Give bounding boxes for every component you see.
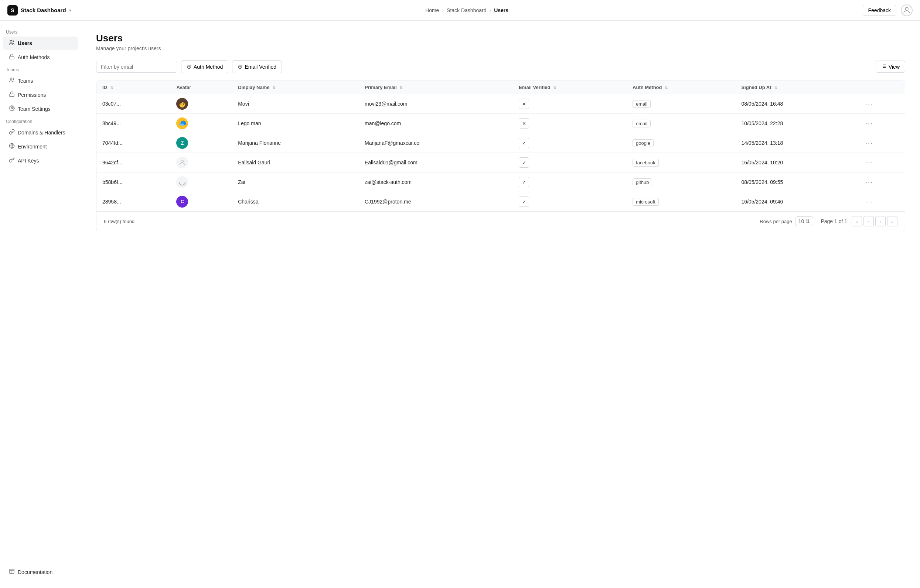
sidebar-item-team-settings[interactable]: Team Settings bbox=[3, 102, 78, 116]
last-page-button[interactable]: » bbox=[887, 216, 897, 226]
cell-signed-up: 16/05/2024, 10:20 bbox=[735, 153, 859, 173]
cell-display-name: Lego man bbox=[232, 114, 359, 133]
email-verified-filter-button[interactable]: ⊕ Email Verified bbox=[232, 60, 282, 73]
rows-per-page-select[interactable]: 10 ⇅ bbox=[795, 216, 813, 226]
breadcrumb-home[interactable]: Home bbox=[425, 7, 439, 13]
breadcrumb: Home › Stack Dashboard › Users bbox=[425, 7, 509, 13]
sidebar-item-auth-methods[interactable]: Auth Methods bbox=[3, 51, 78, 64]
chevron-updown-icon: ⇅ bbox=[805, 218, 810, 224]
svg-point-17 bbox=[181, 160, 184, 163]
col-display-name[interactable]: Display Name ⇅ bbox=[232, 81, 359, 94]
cell-signed-up: 08/05/2024, 16:48 bbox=[735, 94, 859, 114]
cell-actions[interactable]: ··· bbox=[859, 173, 905, 192]
svg-point-1 bbox=[10, 40, 12, 42]
main-content: Users Manage your project's users ⊕ Auth… bbox=[81, 21, 920, 588]
cell-actions[interactable]: ··· bbox=[859, 94, 905, 114]
users-table-container: ID ⇅ Avatar Display Name ⇅ Primary Email… bbox=[96, 81, 905, 231]
breadcrumb-sep-1: › bbox=[442, 7, 444, 13]
sidebar-item-teams[interactable]: Teams bbox=[3, 74, 78, 87]
sidebar-section-users: Users bbox=[0, 27, 81, 36]
sidebar-item-permissions-label: Permissions bbox=[18, 92, 46, 98]
sidebar-item-api-keys-label: API Keys bbox=[18, 158, 39, 164]
col-id[interactable]: ID ⇅ bbox=[96, 81, 170, 94]
cell-actions[interactable]: ··· bbox=[859, 153, 905, 173]
cell-id: 9642cf... bbox=[96, 153, 170, 173]
filter-email-input[interactable] bbox=[96, 61, 177, 73]
table-row: 7044fd... Z Marijana Florianne MarijanaF… bbox=[96, 133, 905, 153]
sidebar-item-environment-label: Environment bbox=[18, 144, 47, 150]
cell-actions[interactable]: ··· bbox=[859, 114, 905, 133]
prev-page-button[interactable]: ‹ bbox=[863, 216, 874, 226]
sidebar-item-team-settings-label: Team Settings bbox=[18, 106, 50, 112]
col-auth-method[interactable]: Auth Method ⇅ bbox=[627, 81, 735, 94]
breadcrumb-dashboard[interactable]: Stack Dashboard bbox=[447, 7, 486, 13]
row-menu-button[interactable]: ··· bbox=[865, 178, 873, 186]
toolbar: ⊕ Auth Method ⊕ Email Verified View bbox=[96, 60, 905, 73]
sort-icon-email: ⇅ bbox=[399, 86, 402, 90]
cell-actions[interactable]: ··· bbox=[859, 192, 905, 212]
link-icon bbox=[9, 129, 15, 136]
sidebar-item-users[interactable]: Users bbox=[3, 37, 78, 50]
cell-auth-method: email bbox=[627, 94, 735, 114]
cell-avatar: C bbox=[170, 192, 232, 212]
topbar: S Stack Dashboard ▾ Home › Stack Dashboa… bbox=[0, 0, 920, 21]
col-email-verified[interactable]: Email Verified ⇅ bbox=[513, 81, 627, 94]
verified-check: ✓ bbox=[519, 138, 529, 148]
project-name: Stack Dashboard bbox=[21, 7, 66, 13]
col-actions bbox=[859, 81, 905, 94]
row-menu-button[interactable]: ··· bbox=[865, 159, 873, 166]
cell-email: Ealisaid01@gmail.com bbox=[359, 153, 513, 173]
breadcrumb-current: Users bbox=[494, 7, 509, 13]
svg-rect-2 bbox=[10, 56, 14, 59]
cell-auth-method: facebook bbox=[627, 153, 735, 173]
sort-icon-verified: ⇅ bbox=[553, 86, 556, 90]
chevron-down-icon: ▾ bbox=[69, 8, 71, 13]
cell-email-verified: ✓ bbox=[513, 133, 627, 153]
table-row: 9642cf... Ealisaid Gauri Ealisaid01@gmai… bbox=[96, 153, 905, 173]
globe-icon bbox=[9, 143, 15, 150]
cell-email: MarijanaF@gmaxcar.co bbox=[359, 133, 513, 153]
sort-icon-name: ⇅ bbox=[272, 86, 275, 90]
cell-signed-up: 16/05/2024, 09:46 bbox=[735, 192, 859, 212]
cell-email: zai@stack-auth.com bbox=[359, 173, 513, 192]
table-row: 28958... C Charissa CJ1992@proton.me ✓ m… bbox=[96, 192, 905, 212]
sort-icon-signup: ⇅ bbox=[774, 86, 777, 90]
sidebar-item-domains[interactable]: Domains & Handlers bbox=[3, 126, 78, 139]
cell-actions[interactable]: ··· bbox=[859, 133, 905, 153]
sidebar-item-domains-label: Domains & Handlers bbox=[18, 130, 65, 136]
sidebar-item-permissions[interactable]: Permissions bbox=[3, 88, 78, 102]
col-primary-email[interactable]: Primary Email ⇅ bbox=[359, 81, 513, 94]
breadcrumb-sep-2: › bbox=[489, 7, 491, 13]
user-avatar[interactable] bbox=[901, 5, 913, 16]
view-button[interactable]: View bbox=[876, 61, 905, 73]
rows-found: 6 row(s) found bbox=[104, 219, 134, 224]
cell-auth-method: email bbox=[627, 114, 735, 133]
table-header-row: ID ⇅ Avatar Display Name ⇅ Primary Email… bbox=[96, 81, 905, 94]
sidebar-item-environment[interactable]: Environment bbox=[3, 140, 78, 153]
cell-display-name: Ealisaid Gauri bbox=[232, 153, 359, 173]
pagination-nav: « ‹ › » bbox=[852, 216, 897, 226]
first-page-button[interactable]: « bbox=[852, 216, 862, 226]
feedback-button[interactable]: Feedback bbox=[863, 5, 896, 16]
cell-email: CJ1992@proton.me bbox=[359, 192, 513, 212]
rows-per-page-control: Rows per page 10 ⇅ bbox=[760, 216, 813, 226]
verified-x: ✕ bbox=[519, 99, 529, 109]
row-menu-button[interactable]: ··· bbox=[865, 100, 873, 107]
plus-icon-email: ⊕ bbox=[238, 63, 242, 70]
cell-id: 7044fd... bbox=[96, 133, 170, 153]
cell-email-verified: ✕ bbox=[513, 114, 627, 133]
cell-auth-method: microsoft bbox=[627, 192, 735, 212]
page-title: Users bbox=[96, 32, 905, 44]
sidebar-item-documentation[interactable]: Documentation bbox=[3, 565, 78, 579]
sidebar-item-api-keys[interactable]: API Keys bbox=[3, 154, 78, 167]
row-menu-button[interactable]: ··· bbox=[865, 198, 873, 205]
verified-check: ✓ bbox=[519, 197, 529, 207]
row-menu-button[interactable]: ··· bbox=[865, 139, 873, 147]
cell-id: 8bc49... bbox=[96, 114, 170, 133]
next-page-button[interactable]: › bbox=[875, 216, 886, 226]
auth-method-filter-button[interactable]: ⊕ Auth Method bbox=[181, 60, 228, 73]
sort-icon-auth: ⇅ bbox=[665, 86, 667, 90]
sidebar-section-configuration: Configuration bbox=[0, 116, 81, 126]
col-signed-up[interactable]: Signed Up At ⇅ bbox=[735, 81, 859, 94]
row-menu-button[interactable]: ··· bbox=[865, 120, 873, 127]
